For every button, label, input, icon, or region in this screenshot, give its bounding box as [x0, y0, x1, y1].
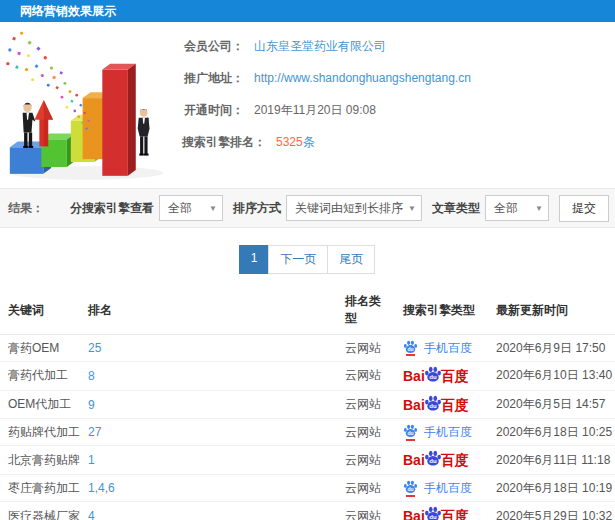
updated-cell: 2020年6月18日 10:19 — [488, 475, 615, 502]
keyword-cell: 膏药代加工 — [0, 362, 80, 391]
mobile-baidu-label: 手机百度 — [424, 426, 472, 438]
rank-link[interactable]: 25 — [88, 341, 101, 355]
baidu-logo: Bai du百度 — [403, 506, 469, 520]
baidu-logo-bai: Bai — [403, 398, 425, 412]
table-row: 枣庄膏药加工1,4,6云网站 du手机百度2020年6月18日 10:19 — [0, 475, 615, 502]
keyword-cell: 枣庄膏药加工 — [0, 475, 80, 502]
info-row-rankings: 搜索引擎排名： 5325条 — [182, 134, 615, 151]
rankings-count: 5325 — [276, 135, 303, 149]
mobile-baidu-paw: du — [403, 340, 418, 357]
promo-url-label: 推广地址： — [182, 70, 244, 87]
updated-cell: 2020年6月5日 14:57 — [488, 390, 615, 419]
page-button-current[interactable]: 1 — [239, 245, 270, 274]
baidu-logo-cn: 百度 — [441, 398, 469, 412]
rank-cell: 8 — [80, 362, 337, 391]
open-time-label: 开通时间： — [182, 102, 244, 119]
column-header-0: 关键词 — [0, 286, 80, 335]
company-link[interactable]: 山东皇圣堂药业有限公司 — [254, 38, 386, 55]
rank-cell: 1 — [80, 446, 337, 475]
engine-cell: Bai du百度 — [395, 362, 488, 391]
results-table-head: 关键词排名排名类型搜索引擎类型最新更新时间 — [0, 286, 615, 335]
company-label: 会员公司： — [182, 38, 244, 55]
rank-type-cell: 云网站 — [337, 446, 395, 475]
column-header-4: 最新更新时间 — [488, 286, 615, 335]
info-row-company: 会员公司： 山东皇圣堂药业有限公司 — [182, 38, 615, 55]
column-header-1: 排名 — [80, 286, 337, 335]
baidu-paw-icon: du — [424, 366, 442, 383]
baidu-logo: Bai du百度 — [403, 395, 469, 415]
paw-underline — [406, 439, 415, 441]
baidu-logo-cn: 百度 — [441, 453, 469, 467]
paw-underline — [406, 495, 415, 497]
engine-filter-select[interactable]: 全部 ▼ — [159, 195, 223, 221]
rank-type-cell: 云网站 — [337, 362, 395, 391]
svg-text:du: du — [429, 403, 437, 409]
engine-filter-value: 全部 — [168, 201, 192, 215]
svg-text:du: du — [407, 430, 413, 436]
rank-type-cell: 云网站 — [337, 335, 395, 362]
info-row-opened: 开通时间： 2019年11月20日 09:08 — [182, 102, 615, 119]
rank-link[interactable]: 27 — [88, 425, 101, 439]
results-table: 关键词排名排名类型搜索引擎类型最新更新时间 膏药OEM25云网站 du手机百度2… — [0, 286, 615, 520]
svg-text:du: du — [429, 459, 437, 465]
engine-cell: Bai du百度 — [395, 390, 488, 419]
mobile-baidu-logo: du手机百度 — [403, 424, 472, 441]
baidu-logo: Bai du百度 — [403, 366, 469, 386]
updated-cell: 2020年6月18日 10:25 — [488, 419, 615, 446]
mobile-baidu-paw: du — [403, 424, 418, 441]
sort-order-label: 排序方式 — [233, 200, 281, 217]
member-info-fields: 会员公司： 山东皇圣堂药业有限公司 推广地址： http://www.shand… — [182, 22, 615, 188]
table-row: 北京膏药贴牌1云网站Bai du百度2020年6月11日 11:18 — [0, 446, 615, 475]
baidu-logo: Bai du百度 — [403, 450, 469, 470]
rank-link[interactable]: 4 — [88, 509, 95, 520]
engine-cell: du手机百度 — [395, 419, 488, 446]
rank-type-cell: 云网站 — [337, 475, 395, 502]
article-type-value: 全部 — [494, 201, 518, 215]
growth-chart-illustration — [0, 22, 182, 182]
svg-text:du: du — [429, 374, 437, 380]
mobile-baidu-logo: du手机百度 — [403, 340, 472, 357]
chevron-down-icon: ▼ — [535, 196, 543, 222]
info-row-url: 推广地址： http://www.shandonghuangshengtang.… — [182, 70, 615, 87]
rankings-value: 5325条 — [276, 134, 315, 151]
rank-link[interactable]: 1,4,6 — [88, 481, 115, 495]
baidu-logo-bai: Bai — [403, 369, 425, 383]
rank-link[interactable]: 9 — [88, 398, 95, 412]
baidu-logo-bai: Bai — [403, 509, 425, 520]
submit-button[interactable]: 提交 — [559, 195, 609, 222]
mobile-baidu-label: 手机百度 — [424, 342, 472, 354]
svg-text:du: du — [407, 486, 413, 492]
next-page-button[interactable]: 下一页 — [268, 245, 328, 274]
engine-cell: du手机百度 — [395, 475, 488, 502]
baidu-paw-icon: du — [424, 450, 442, 467]
updated-cell: 2020年6月9日 17:50 — [488, 335, 615, 362]
results-table-body: 膏药OEM25云网站 du手机百度2020年6月9日 17:50膏药代加工8云网… — [0, 335, 615, 520]
article-type-label: 文章类型 — [432, 200, 480, 217]
baidu-logo-cn: 百度 — [441, 369, 469, 383]
keyword-cell: 膏药OEM — [0, 335, 80, 362]
page-header: 网络营销效果展示 — [0, 0, 615, 22]
rank-cell: 9 — [80, 390, 337, 419]
engine-cell: du手机百度 — [395, 335, 488, 362]
rank-cell: 4 — [80, 502, 337, 520]
svg-text:du: du — [407, 346, 413, 352]
rank-type-cell: 云网站 — [337, 419, 395, 446]
keyword-cell: 医疗器械厂家 — [0, 502, 80, 520]
column-header-3: 搜索引擎类型 — [395, 286, 488, 335]
baidu-paw-icon: du — [424, 506, 442, 520]
article-type-select[interactable]: 全部 ▼ — [485, 195, 549, 221]
sort-order-select[interactable]: 关键词由短到长排序 ▼ — [286, 195, 422, 221]
promo-url-link[interactable]: http://www.shandonghuangshengtang.cn — [254, 71, 471, 85]
rank-cell: 27 — [80, 419, 337, 446]
paw-underline — [406, 354, 415, 356]
table-row: OEM代加工9云网站Bai du百度2020年6月5日 14:57 — [0, 390, 615, 419]
member-info-section: 会员公司： 山东皇圣堂药业有限公司 推广地址： http://www.shand… — [0, 22, 615, 188]
rank-link[interactable]: 1 — [88, 453, 95, 467]
keyword-cell: OEM代加工 — [0, 390, 80, 419]
last-page-button[interactable]: 尾页 — [327, 245, 375, 274]
rank-link[interactable]: 8 — [88, 369, 95, 383]
table-row: 药贴牌代加工27云网站 du手机百度2020年6月18日 10:25 — [0, 419, 615, 446]
keyword-cell: 药贴牌代加工 — [0, 419, 80, 446]
table-row: 膏药代加工8云网站Bai du百度2020年6月10日 13:40 — [0, 362, 615, 391]
engine-cell: Bai du百度 — [395, 446, 488, 475]
